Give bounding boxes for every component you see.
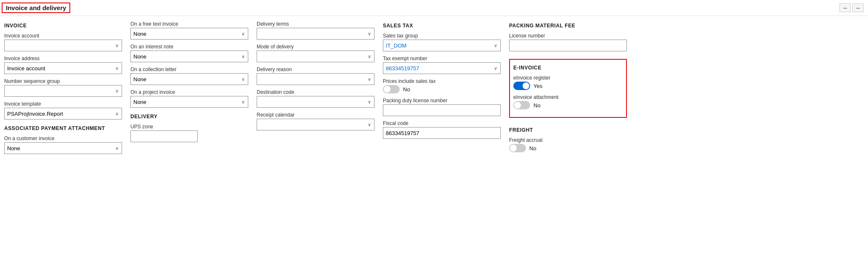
- packing-material-fee-section: PACKING MATERIAL FEE License number: [509, 21, 627, 56]
- einvoice-attachment-toggle-row: No: [513, 101, 623, 109]
- packing-material-fee-header: PACKING MATERIAL FEE: [509, 23, 627, 29]
- mode-of-delivery-select[interactable]: [257, 50, 374, 62]
- on-customer-invoice-select[interactable]: None: [4, 142, 122, 154]
- einvoice-register-toggle[interactable]: [513, 82, 530, 90]
- tax-exempt-number-field: Tax exempt number 86334519757: [383, 56, 501, 74]
- on-free-text-invoice-field: On a free text invoice None: [130, 21, 248, 40]
- sales-tax-group-select-wrapper: IT_DOM: [383, 40, 501, 51]
- col-invoice: INVOICE Invoice account Invoice address …: [4, 21, 122, 158]
- invoice-account-label: Invoice account: [4, 33, 122, 39]
- freight-accrual-toggle[interactable]: [509, 144, 526, 152]
- delivery-reason-select[interactable]: [257, 73, 374, 85]
- page-title: Invoice and delivery: [2, 3, 70, 13]
- invoice-address-select-wrapper: Invoice account: [4, 62, 122, 74]
- invoice-template-select-wrapper: PSAProjInvoice.Report: [4, 108, 122, 120]
- invoice-address-label: Invoice address: [4, 56, 122, 61]
- receipt-calendar-field: Receipt calendar: [257, 112, 374, 130]
- ups-zone-field: UPS zone: [130, 124, 248, 142]
- associated-payment-section-header: ASSOCIATED PAYMENT ATTACHMENT: [4, 125, 122, 131]
- action-btn-1[interactable]: --: [839, 3, 851, 12]
- col-sales-tax: SALES TAX Sales tax group IT_DOM Tax exe…: [383, 21, 501, 158]
- sales-tax-group-field: Sales tax group IT_DOM: [383, 33, 501, 51]
- tax-exempt-number-select[interactable]: 86334519757: [383, 62, 501, 74]
- destination-code-select[interactable]: [257, 96, 374, 108]
- freight-section: FREIGHT Freight accrual No: [509, 125, 627, 157]
- einvoice-section: E-INVOICE eInvoice register Yes eInvoice…: [509, 59, 627, 118]
- on-collection-letter-select-wrapper: None: [130, 73, 248, 85]
- license-number-label: License number: [509, 33, 627, 39]
- main-content: INVOICE Invoice account Invoice address …: [0, 16, 868, 163]
- einvoice-attachment-toggle[interactable]: [513, 101, 530, 109]
- on-customer-invoice-select-wrapper: None: [4, 142, 122, 154]
- header-actions: -- --: [839, 3, 864, 12]
- receipt-calendar-select[interactable]: [257, 119, 374, 130]
- einvoice-register-field: eInvoice register Yes: [513, 75, 623, 90]
- tax-exempt-number-select-wrapper: 86334519757: [383, 62, 501, 74]
- fiscal-code-label: Fiscal code: [383, 120, 501, 126]
- freight-accrual-toggle-row: No: [509, 144, 627, 152]
- on-free-text-invoice-select-wrapper: None: [130, 28, 248, 40]
- on-project-invoice-field: On a project invoice None: [130, 89, 248, 108]
- page-header: Invoice and delivery -- --: [0, 0, 868, 16]
- packing-duty-license-input[interactable]: [383, 104, 501, 116]
- on-collection-letter-select[interactable]: None: [130, 73, 248, 85]
- prices-include-sales-tax-field: Prices include sales tax No: [383, 78, 501, 93]
- receipt-calendar-select-wrapper: [257, 119, 374, 130]
- delivery-terms-select[interactable]: [257, 28, 374, 40]
- invoice-template-label: Invoice template: [4, 101, 122, 107]
- delivery-reason-label: Delivery reason: [257, 66, 374, 72]
- delivery-terms-field: Delivery terms: [257, 21, 374, 40]
- on-interest-note-select[interactable]: None: [130, 50, 248, 62]
- destination-code-label: Destination code: [257, 89, 374, 95]
- delivery-terms-select-wrapper: [257, 28, 374, 40]
- prices-include-sales-tax-value: No: [403, 86, 410, 93]
- sales-tax-group-label: Sales tax group: [383, 33, 501, 39]
- einvoice-attachment-value: No: [534, 102, 541, 109]
- number-sequence-group-field: Number sequence group: [4, 78, 122, 97]
- einvoice-attachment-field: eInvoice attachment No: [513, 94, 623, 109]
- invoice-template-field: Invoice template PSAProjInvoice.Report: [4, 101, 122, 120]
- prices-include-sales-tax-slider: [383, 85, 400, 93]
- einvoice-attachment-slider: [513, 101, 530, 109]
- destination-code-select-wrapper: [257, 96, 374, 108]
- number-sequence-group-select-wrapper: [4, 85, 122, 97]
- sales-tax-group-select[interactable]: IT_DOM: [383, 40, 501, 51]
- col5-inner: PACKING MATERIAL FEE License number E-IN…: [509, 21, 627, 157]
- invoice-account-select[interactable]: [4, 40, 122, 51]
- invoice-address-select[interactable]: Invoice account: [4, 62, 122, 74]
- on-interest-note-label: On an interest note: [130, 44, 248, 50]
- ups-zone-input[interactable]: [130, 130, 198, 142]
- fiscal-code-input[interactable]: [383, 127, 501, 139]
- einvoice-attachment-label: eInvoice attachment: [513, 94, 623, 100]
- on-customer-invoice-label: On a customer invoice: [4, 136, 122, 141]
- invoice-address-field: Invoice address Invoice account: [4, 56, 122, 74]
- invoice-template-select[interactable]: PSAProjInvoice.Report: [4, 108, 122, 120]
- on-free-text-invoice-label: On a free text invoice: [130, 21, 248, 27]
- einvoice-section-header: E-INVOICE: [513, 65, 623, 71]
- on-project-invoice-select-wrapper: None: [130, 96, 248, 108]
- action-btn-2[interactable]: --: [852, 3, 864, 12]
- mode-of-delivery-label: Mode of delivery: [257, 44, 374, 50]
- ups-zone-label: UPS zone: [130, 124, 248, 130]
- invoice-account-field: Invoice account: [4, 33, 122, 51]
- on-project-invoice-select[interactable]: None: [130, 96, 248, 108]
- on-customer-invoice-field: On a customer invoice None: [4, 136, 122, 154]
- on-collection-letter-label: On a collection letter: [130, 66, 248, 72]
- col-delivery: Delivery terms Mode of delivery Delivery…: [257, 21, 374, 158]
- einvoice-register-value: Yes: [534, 83, 542, 89]
- license-number-input[interactable]: [509, 40, 627, 51]
- col-free-text: On a free text invoice None On an intere…: [130, 21, 248, 158]
- invoice-account-select-wrapper: [4, 40, 122, 51]
- delivery-terms-label: Delivery terms: [257, 21, 374, 27]
- freight-accrual-value: No: [529, 145, 536, 151]
- packing-duty-license-field: Packing duty license number: [383, 98, 501, 116]
- on-interest-note-field: On an interest note None: [130, 44, 248, 62]
- prices-include-sales-tax-toggle[interactable]: [383, 85, 400, 93]
- on-free-text-invoice-select[interactable]: None: [130, 28, 248, 40]
- freight-accrual-slider: [509, 144, 526, 152]
- number-sequence-group-select[interactable]: [4, 85, 122, 97]
- delivery-reason-field: Delivery reason: [257, 66, 374, 85]
- prices-include-sales-tax-label: Prices include sales tax: [383, 78, 501, 84]
- einvoice-register-label: eInvoice register: [513, 75, 623, 81]
- packing-duty-license-label: Packing duty license number: [383, 98, 501, 104]
